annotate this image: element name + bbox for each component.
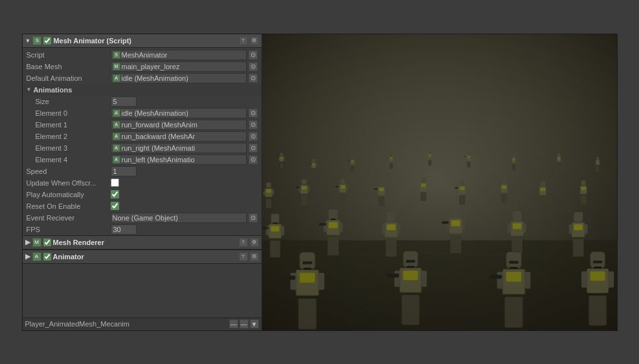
element1-dot-btn[interactable]: ⊙	[249, 120, 258, 129]
element2-row: Element 2 A run_backward (MeshAr ⊙	[23, 131, 262, 142]
play-automatically-label: Play Automatically	[27, 191, 111, 198]
reset-on-enable-row: Reset On Enable	[23, 200, 262, 212]
reset-on-enable-checkbox[interactable]	[111, 202, 119, 210]
element2-value-container: A run_backward (MeshAr ⊙	[111, 131, 258, 142]
fps-input[interactable]	[111, 224, 137, 235]
element2-name: run_backward (MeshAr	[122, 133, 196, 140]
element1-value-container: A run_forward (MeshAnim ⊙	[111, 120, 258, 130]
mesh-renderer-help-icon[interactable]: ?	[239, 238, 248, 247]
inspector-body: Script S MeshAnimator ⊙ Base Mesh M main…	[23, 48, 262, 317]
svg-rect-178	[262, 34, 617, 330]
element3-ref[interactable]: A run_right (MeshAnimati	[111, 143, 247, 153]
bottom-bar-btn3[interactable]: ▼	[250, 319, 259, 328]
element1-label: Element 1	[27, 121, 111, 129]
element0-row: Element 0 A idle (MeshAnimation) ⊙	[23, 107, 262, 119]
event-receiver-ref[interactable]: None (Game Object)	[111, 213, 247, 223]
size-input[interactable]	[111, 96, 137, 107]
elem1-icon: A	[113, 121, 120, 129]
element3-value-container: A run_right (MeshAnimati ⊙	[111, 143, 258, 153]
play-automatically-value	[111, 190, 258, 198]
fold-arrow-icon: ▼	[25, 37, 31, 44]
mesh-animator-toggle[interactable]	[43, 37, 51, 45]
element1-name: run_forward (MeshAnim	[122, 121, 197, 129]
elem4-icon: A	[113, 156, 120, 164]
elem3-icon: A	[113, 144, 120, 152]
base-mesh-label: Base Mesh	[27, 63, 111, 70]
bottom-bar-btn2[interactable]: —	[240, 319, 249, 328]
mesh-renderer-settings-icon[interactable]: ⚙	[250, 238, 259, 247]
element4-label: Element 4	[27, 156, 111, 164]
script-label: Script	[27, 51, 111, 59]
anim-obj-icon: A	[113, 74, 120, 82]
script-row: Script S MeshAnimator ⊙	[23, 49, 262, 61]
base-mesh-value-container: M main_player_lorez ⊙	[111, 61, 258, 72]
animator-help-icon[interactable]: ?	[239, 252, 248, 261]
speed-input[interactable]	[111, 166, 137, 177]
element2-dot-btn[interactable]: ⊙	[249, 132, 258, 141]
play-automatically-row: Play Automatically	[23, 189, 262, 200]
element3-dot-btn[interactable]: ⊙	[249, 144, 258, 153]
help-icon[interactable]: ?	[239, 36, 248, 45]
element4-name: run_left (MeshAnimatio	[122, 156, 195, 164]
soldiers-scene	[262, 34, 617, 330]
mesh-renderer-header[interactable]: ▶ M Mesh Renderer ? ⚙	[23, 235, 262, 250]
script-value-container: S MeshAnimator ⊙	[111, 50, 258, 60]
element2-label: Element 2	[27, 133, 111, 140]
update-offscreen-row: Update When Offscr...	[23, 177, 262, 189]
base-mesh-ref[interactable]: M main_player_lorez	[111, 61, 247, 72]
animator-icon: A	[32, 252, 41, 261]
size-row: Size	[23, 96, 262, 107]
animator-header[interactable]: ▶ A Animator ? ⚙	[23, 250, 262, 264]
element0-ref[interactable]: A idle (MeshAnimation)	[111, 108, 247, 118]
event-receiver-label: Event Reciever	[27, 214, 111, 222]
element3-label: Element 3	[27, 144, 111, 152]
update-offscreen-checkbox[interactable]	[111, 178, 119, 187]
default-anim-dot-btn[interactable]: ⊙	[249, 74, 258, 83]
animations-fold-icon: ▼	[27, 87, 32, 92]
element4-ref[interactable]: A run_left (MeshAnimatio	[111, 155, 247, 165]
script-ref[interactable]: S MeshAnimator	[111, 50, 247, 60]
element0-value-container: A idle (MeshAnimation) ⊙	[111, 108, 258, 118]
base-mesh-dot-btn[interactable]: ⊙	[249, 62, 258, 71]
mesh-renderer-fold-icon: ▶	[25, 238, 30, 246]
fps-row: FPS	[23, 224, 262, 235]
elem0-icon: A	[113, 109, 120, 117]
element2-ref[interactable]: A run_backward (MeshAr	[111, 131, 247, 142]
speed-label: Speed	[27, 167, 111, 175]
animator-settings-icon[interactable]: ⚙	[250, 252, 259, 261]
base-mesh-name: main_player_lorez	[122, 63, 180, 70]
element3-name: run_right (MeshAnimati	[122, 144, 196, 152]
default-anim-ref[interactable]: A idle (MeshAnimation)	[111, 73, 247, 83]
inspector-panel: ▼ S Mesh Animator (Script) ? ⚙ Script S …	[23, 34, 262, 330]
element4-value-container: A run_left (MeshAnimatio ⊙	[111, 155, 258, 165]
element1-row: Element 1 A run_forward (MeshAnim ⊙	[23, 119, 262, 131]
mesh-renderer-title: Mesh Renderer	[53, 239, 237, 246]
bottom-bar-text: Player_AnimatedMesh_Mecanim	[25, 320, 129, 328]
default-anim-name: idle (MeshAnimation)	[122, 74, 188, 82]
element1-ref[interactable]: A run_forward (MeshAnim	[111, 120, 247, 130]
play-automatically-checkbox[interactable]	[111, 190, 119, 198]
default-animation-value-container: A idle (MeshAnimation) ⊙	[111, 73, 258, 83]
base-mesh-row: Base Mesh M main_player_lorez ⊙	[23, 61, 262, 72]
size-value-container	[111, 96, 258, 107]
element0-label: Element 0	[27, 109, 111, 117]
script-dot-btn[interactable]: ⊙	[249, 50, 258, 59]
mesh-renderer-toggle[interactable]	[43, 239, 51, 246]
mesh-obj-icon: M	[113, 63, 120, 70]
update-offscreen-value	[111, 178, 258, 187]
bottom-bar-btn1[interactable]: —	[229, 319, 238, 328]
element3-row: Element 3 A run_right (MeshAnimati ⊙	[23, 142, 262, 154]
element4-dot-btn[interactable]: ⊙	[249, 155, 258, 164]
elem2-icon: A	[113, 133, 120, 140]
fps-value-container	[111, 224, 258, 235]
animator-toggle[interactable]	[43, 253, 51, 261]
mesh-animator-header[interactable]: ▼ S Mesh Animator (Script) ? ⚙	[23, 34, 262, 48]
element0-name: idle (MeshAnimation)	[122, 109, 188, 117]
event-receiver-dot-btn[interactable]: ⊙	[249, 213, 258, 222]
event-receiver-value-container: None (Game Object) ⊙	[111, 213, 258, 223]
element0-dot-btn[interactable]: ⊙	[249, 109, 258, 118]
settings-icon[interactable]: ⚙	[250, 36, 259, 45]
animations-section[interactable]: ▼ Animations	[23, 84, 262, 96]
reset-on-enable-label: Reset On Enable	[27, 202, 111, 210]
update-offscreen-label: Update When Offscr...	[27, 179, 111, 187]
